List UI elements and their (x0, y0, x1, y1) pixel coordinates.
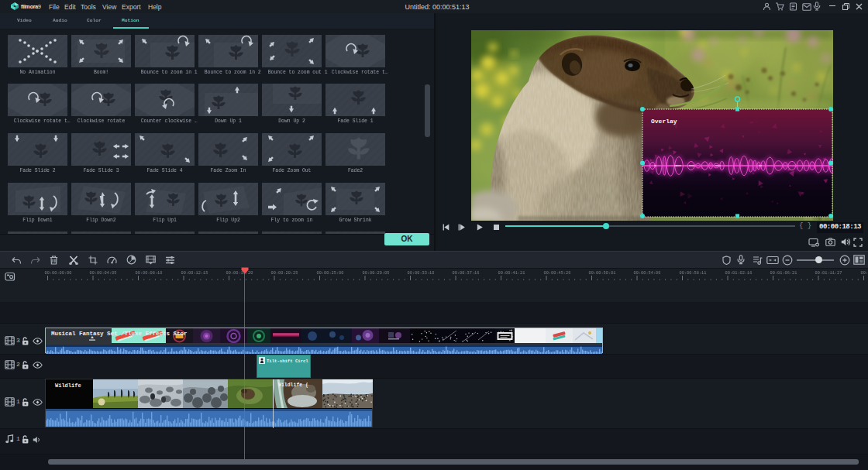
svg-text:Overlay: Overlay (651, 118, 677, 125)
svg-text:Tilt-shift Circl: Tilt-shift Circl (267, 359, 308, 364)
svg-text:Musical Fantasy Set /Tluxe Eff: Musical Fantasy Set /Tluxe Effects Stor (51, 331, 188, 337)
svg-text:Wildlife: Wildlife (55, 383, 81, 389)
svg-text:Wildlife (: Wildlife ( (278, 383, 308, 388)
